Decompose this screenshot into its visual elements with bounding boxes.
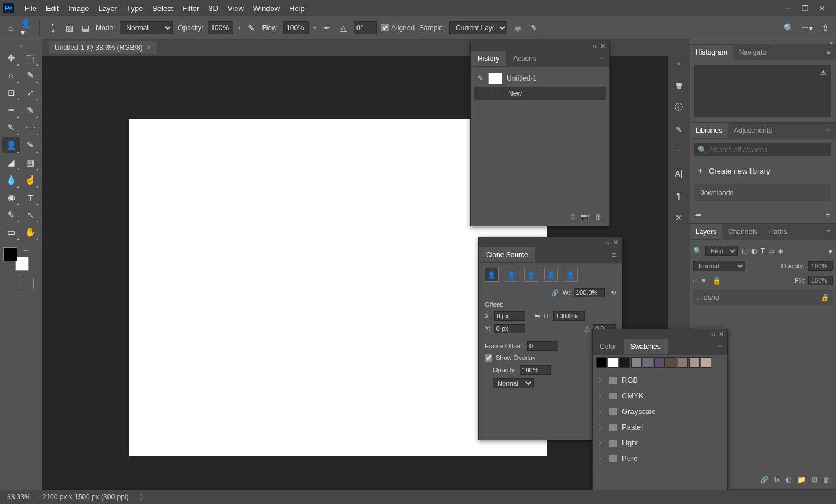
brush-settings-icon[interactable]: ▤ bbox=[80, 22, 91, 34]
home-icon[interactable]: ⌂ bbox=[5, 22, 16, 34]
tool-blur[interactable]: ▦ bbox=[21, 154, 39, 171]
tool-rectangle[interactable]: ✎ bbox=[2, 207, 20, 223]
clone-source-2[interactable]: 👤 bbox=[505, 268, 518, 282]
clone-source-4[interactable]: 👤 bbox=[544, 268, 558, 282]
collapse-toolbar[interactable]: ‹‹ bbox=[0, 43, 42, 48]
sample-select[interactable]: Current Layer bbox=[449, 21, 507, 34]
tool-eyedropper[interactable]: ✏ bbox=[2, 102, 20, 118]
menu-select[interactable]: Select bbox=[147, 4, 178, 13]
zoom-level[interactable]: 33.33% bbox=[7, 493, 31, 501]
tool-brush[interactable]: ✎ bbox=[2, 120, 20, 136]
tool-quick-select[interactable]: ✎ bbox=[21, 67, 39, 84]
tool-pen[interactable]: ☝ bbox=[21, 172, 39, 188]
tab-color[interactable]: Color bbox=[593, 339, 624, 354]
panel-collapse-icon[interactable]: ‹‹ bbox=[711, 330, 715, 337]
swatch-color[interactable] bbox=[596, 357, 607, 368]
panel-collapse-icon[interactable]: ‹‹ bbox=[593, 42, 597, 49]
tab-libraries[interactable]: Libraries bbox=[690, 123, 728, 138]
tool-move[interactable]: ✥ bbox=[2, 50, 20, 66]
layer-mask-icon[interactable]: ◐ bbox=[785, 476, 791, 484]
panel-close-icon[interactable]: ✕ bbox=[600, 42, 606, 50]
swatch-folder-pastel[interactable]: 〉Pastel bbox=[593, 419, 727, 435]
opacity-input[interactable] bbox=[208, 21, 233, 34]
paragraph-icon[interactable]: ¶ bbox=[672, 189, 685, 202]
show-overlay-checkbox[interactable] bbox=[485, 354, 492, 362]
info-icon[interactable]: ⓘ bbox=[672, 101, 685, 114]
layer-filter-select[interactable]: Kind bbox=[705, 246, 738, 256]
clone-source-1[interactable]: 👤 bbox=[485, 268, 499, 282]
library-search[interactable]: 🔍 bbox=[694, 143, 831, 156]
brushes-icon[interactable]: ✎ bbox=[672, 123, 685, 136]
filter-toggle-icon[interactable]: ● bbox=[828, 247, 833, 255]
clone-source-5[interactable]: 👤 bbox=[564, 268, 578, 282]
lock-icon[interactable]: 🔒 bbox=[712, 276, 721, 285]
filter-shape-icon[interactable]: ▭ bbox=[768, 247, 774, 255]
tool-history-brush[interactable]: 👤 bbox=[2, 137, 20, 153]
layer-opacity-input[interactable] bbox=[808, 261, 833, 271]
reset-icon[interactable]: ⟲ bbox=[611, 289, 616, 297]
clone-y-input[interactable] bbox=[494, 324, 525, 333]
clone-x-input[interactable] bbox=[494, 311, 525, 321]
frame-offset-input[interactable] bbox=[527, 341, 558, 351]
panel-close-icon[interactable]: ✕ bbox=[719, 330, 724, 338]
pressure-size-icon[interactable]: ✎ bbox=[528, 22, 540, 34]
delete-layer-icon[interactable]: 🗑 bbox=[823, 476, 830, 484]
swatch-color[interactable] bbox=[643, 357, 653, 368]
flip-h-icon[interactable]: ⇋ bbox=[535, 312, 540, 320]
tool-gradient[interactable]: ◢ bbox=[2, 154, 20, 171]
menu-filter[interactable]: Filter bbox=[178, 4, 204, 13]
tab-navigator[interactable]: Navigator bbox=[733, 45, 774, 60]
filter-smart-icon[interactable]: ◈ bbox=[778, 247, 783, 255]
menu-help[interactable]: Help bbox=[284, 4, 309, 13]
menu-image[interactable]: Image bbox=[63, 4, 93, 13]
overlay-blend-select[interactable]: Normal bbox=[493, 378, 534, 388]
cloud-icon[interactable]: ☁ bbox=[694, 210, 701, 219]
history-snapshot[interactable]: ✎ Untitled-1 bbox=[474, 70, 606, 87]
link-icon[interactable]: 🔗 bbox=[551, 289, 559, 297]
brush-panel-icon[interactable]: ▨ bbox=[63, 22, 75, 34]
tool-hand[interactable]: ↖ bbox=[21, 207, 39, 223]
menu-layer[interactable]: Layer bbox=[94, 4, 122, 13]
tab-history[interactable]: History bbox=[471, 51, 506, 66]
panel-menu-icon[interactable]: ≡ bbox=[820, 228, 836, 236]
tab-channels[interactable]: Channels bbox=[722, 224, 763, 239]
tool-frame[interactable]: ⤢ bbox=[21, 85, 39, 101]
brush-settings-strip-icon[interactable]: ≡ bbox=[672, 145, 685, 158]
new-layer-icon[interactable]: ⊞ bbox=[812, 476, 817, 484]
swatch-folder-light[interactable]: 〉Light bbox=[593, 435, 727, 451]
angle-input[interactable] bbox=[354, 21, 377, 34]
tool-eraser[interactable]: ✎ bbox=[21, 137, 39, 153]
filter-type-icon[interactable]: T bbox=[761, 247, 765, 255]
tool-path-select[interactable]: T bbox=[21, 189, 39, 206]
color-swatch[interactable]: ⤺ bbox=[3, 247, 29, 271]
menu-type[interactable]: Type bbox=[122, 4, 147, 13]
create-library-button[interactable]: ＋ Create new library bbox=[694, 162, 831, 179]
swatch-color[interactable] bbox=[678, 357, 688, 368]
blend-mode-select[interactable]: Normal bbox=[120, 21, 173, 34]
history-item[interactable]: New bbox=[474, 87, 606, 100]
swatch-folder-pure[interactable]: 〉Pure bbox=[593, 451, 727, 466]
panel-menu-icon[interactable]: ≡ bbox=[712, 343, 727, 351]
swap-colors-icon[interactable]: ⤺ bbox=[23, 247, 28, 254]
layer-fill-input[interactable] bbox=[808, 276, 833, 285]
tab-actions[interactable]: Actions bbox=[506, 51, 543, 66]
layer-blend-select[interactable]: Normal bbox=[693, 261, 745, 271]
doc-dimensions[interactable]: 2100 px x 1500 px (300 ppi) bbox=[42, 493, 129, 501]
panel-close-icon[interactable]: ✕ bbox=[613, 239, 618, 246]
tool-zoom[interactable]: ▭ bbox=[2, 224, 20, 240]
panel-menu-icon[interactable]: ≡ bbox=[820, 127, 836, 135]
layer-style-icon[interactable]: fx bbox=[774, 476, 780, 484]
menu-3d[interactable]: 3D bbox=[204, 4, 223, 13]
tool-more[interactable]: ✋ bbox=[21, 224, 39, 240]
collapse-strip-icon[interactable]: ‹‹ bbox=[672, 57, 685, 70]
add-icon[interactable]: ＋ bbox=[824, 210, 831, 219]
quick-mask-icon[interactable] bbox=[5, 278, 17, 289]
swatch-folder-grayscale[interactable]: 〉Grayscale bbox=[593, 404, 727, 419]
warning-icon[interactable]: ⚠ bbox=[820, 69, 827, 77]
screen-mode-icon[interactable] bbox=[21, 278, 34, 289]
panel-collapse-icon[interactable]: ‹‹ bbox=[693, 278, 697, 284]
swatch-color[interactable] bbox=[631, 357, 642, 368]
menu-window[interactable]: Window bbox=[248, 4, 284, 13]
swatch-folder-cmyk[interactable]: 〉CMYK bbox=[593, 388, 727, 404]
clone-width-input[interactable] bbox=[574, 288, 605, 297]
